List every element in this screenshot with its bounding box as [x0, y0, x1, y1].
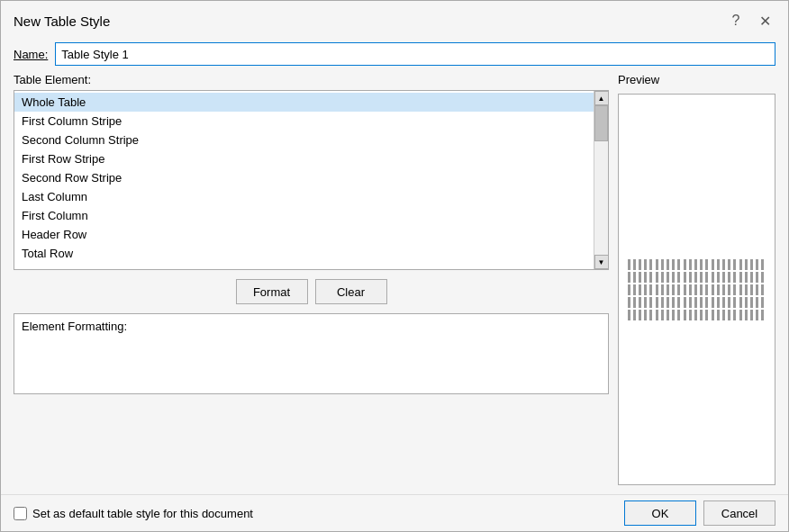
preview-cell: [628, 272, 654, 283]
right-panel: Preview: [618, 73, 775, 485]
preview-cell: [712, 259, 738, 270]
scroll-down-button[interactable]: ▼: [594, 255, 609, 269]
dialog-body: Name: Table Element: Whole TableFirst Co…: [1, 37, 788, 494]
ok-button[interactable]: OK: [624, 500, 696, 526]
scroll-up-button[interactable]: ▲: [594, 91, 609, 105]
preview-cell: [628, 310, 654, 320]
preview-box: [618, 94, 775, 485]
preview-cell: [656, 284, 682, 295]
footer-row: Set as default table style for this docu…: [1, 494, 788, 531]
scroll-thumb[interactable]: [594, 105, 608, 141]
preview-cell: [684, 297, 710, 308]
preview-cell: [628, 284, 654, 295]
preview-cell: [656, 259, 682, 270]
preview-cell: [628, 259, 654, 270]
preview-cell: [684, 259, 710, 270]
default-style-checkbox[interactable]: [14, 507, 27, 520]
default-style-label: Set as default table style for this docu…: [32, 507, 253, 520]
preview-cell: [628, 297, 654, 308]
name-row: Name:: [14, 42, 775, 66]
preview-cell: [739, 259, 766, 270]
list-item[interactable]: Total Row: [14, 244, 594, 263]
title-bar-left: New Table Style: [14, 14, 110, 29]
dialog-title: New Table Style: [14, 14, 110, 29]
new-table-style-dialog: New Table Style ? ✕ Name: Table Element:: [0, 0, 789, 532]
format-clear-row: Format Clear: [14, 274, 609, 310]
preview-cell: [684, 272, 710, 283]
list-inner: Whole TableFirst Column StripeSecond Col…: [14, 91, 608, 269]
preview-row-1: [628, 259, 766, 270]
preview-cell: [712, 297, 738, 308]
preview-row-3: [628, 284, 766, 295]
preview-row-4: [628, 297, 766, 308]
title-bar: New Table Style ? ✕: [1, 1, 788, 37]
preview-cell: [739, 272, 766, 283]
left-panel: Table Element: Whole TableFirst Column S…: [14, 73, 609, 485]
list-item[interactable]: Whole Table: [14, 93, 594, 112]
preview-cell: [739, 297, 766, 308]
format-button[interactable]: Format: [236, 279, 308, 304]
preview-cell: [739, 284, 766, 295]
title-bar-right: ? ✕: [725, 10, 775, 32]
bottom-buttons: OK Cancel: [624, 500, 775, 526]
list-item[interactable]: Last Column: [14, 187, 594, 206]
close-button[interactable]: ✕: [754, 10, 775, 32]
preview-row-5: [628, 310, 766, 320]
preview-cell: [684, 284, 710, 295]
list-item[interactable]: Header Row: [14, 225, 594, 244]
preview-cell: [684, 310, 710, 320]
name-input[interactable]: [55, 42, 775, 66]
element-formatting-section: Element Formatting:: [14, 313, 609, 394]
list-item[interactable]: First Column: [14, 206, 594, 225]
list-item[interactable]: First Row Stripe: [14, 149, 594, 168]
table-element-listbox: Whole TableFirst Column StripeSecond Col…: [14, 90, 609, 270]
preview-label: Preview: [618, 73, 659, 86]
preview-row-2: [628, 272, 766, 283]
help-button[interactable]: ?: [725, 10, 747, 32]
preview-table: [624, 100, 769, 479]
preview-cell: [712, 284, 738, 295]
element-formatting-label: Element Formatting:: [22, 320, 127, 333]
scroll-thumb-area: [594, 105, 608, 255]
default-style-checkbox-label[interactable]: Set as default table style for this docu…: [14, 507, 253, 520]
list-item[interactable]: Second Column Stripe: [14, 131, 594, 149]
preview-cell: [656, 297, 682, 308]
preview-cell: [712, 272, 738, 283]
list-items-scroll[interactable]: Whole TableFirst Column StripeSecond Col…: [14, 91, 594, 269]
preview-cell: [656, 272, 682, 283]
list-item[interactable]: Second Row Stripe: [14, 168, 594, 187]
list-item[interactable]: First Column Stripe: [14, 112, 594, 131]
scrollbar-track: ▲ ▼: [594, 91, 608, 269]
preview-cell: [712, 310, 738, 320]
cancel-button[interactable]: Cancel: [703, 500, 775, 526]
clear-button[interactable]: Clear: [315, 279, 387, 304]
main-area: Table Element: Whole TableFirst Column S…: [14, 73, 775, 485]
preview-cell: [656, 310, 682, 320]
table-element-label: Table Element:: [14, 73, 609, 86]
name-label: Name:: [14, 48, 48, 61]
preview-cell: [739, 310, 766, 320]
